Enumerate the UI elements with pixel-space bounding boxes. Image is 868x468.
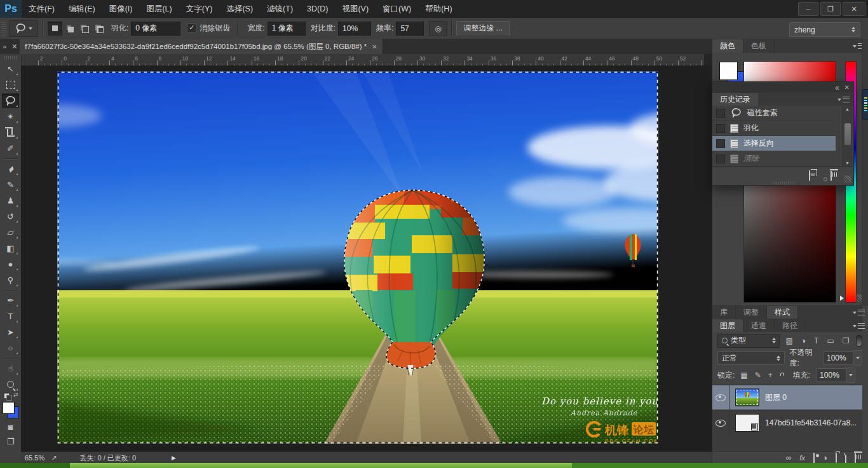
tab-channels[interactable]: 通道: [743, 319, 775, 333]
filter-pixel-layers-icon[interactable]: ▨: [785, 336, 792, 345]
restore-button[interactable]: ❐: [820, 2, 841, 16]
menu-item-layer[interactable]: 图层(L): [139, 0, 179, 18]
close-panel-icon[interactable]: ✕: [844, 84, 850, 91]
new-group-button[interactable]: [836, 453, 837, 462]
rect-marquee-tool[interactable]: [2, 78, 19, 92]
tab-layers[interactable]: 图层: [712, 319, 743, 333]
feather-input[interactable]: 0 像素: [131, 22, 180, 36]
menu-item-window[interactable]: 窗口(W): [376, 0, 418, 18]
document-tab[interactable]: f7fa66027f3c-50e364a34e533632-da9f21ed6c…: [20, 39, 383, 54]
collapsed-panel-tab[interactable]: [862, 89, 868, 120]
status-play-icon[interactable]: ▶: [172, 455, 176, 461]
layers-panel-menu[interactable]: [853, 323, 865, 329]
ellipse-tool[interactable]: ○: [2, 341, 19, 355]
delete-layer-button[interactable]: [855, 453, 856, 462]
width-input[interactable]: 1 像素: [268, 22, 306, 36]
new-doc-from-state-button[interactable]: [809, 171, 810, 180]
clone-stamp-tool[interactable]: ♟: [2, 193, 19, 208]
menu-item-type[interactable]: 文字(Y): [179, 0, 220, 18]
tab-libraries[interactable]: 库: [712, 306, 736, 319]
tool-preset-picker[interactable]: [9, 20, 38, 37]
history-source-checkbox[interactable]: [716, 139, 725, 148]
close-button[interactable]: ✕: [843, 2, 865, 16]
opacity-input[interactable]: 100%: [823, 351, 853, 365]
contrast-input[interactable]: 10%: [338, 22, 371, 36]
history-item[interactable]: 磁性套索: [712, 106, 836, 121]
history-brush-tool[interactable]: ↺: [2, 209, 19, 224]
link-layers-button[interactable]: ∞: [786, 453, 792, 462]
lock-paint-button[interactable]: ✎: [755, 371, 761, 380]
layer-thumbnail[interactable]: [735, 389, 759, 406]
layer-thumbnail[interactable]: [735, 414, 759, 432]
history-scrollbar[interactable]: ▲ ▼: [843, 106, 852, 167]
type-tool[interactable]: T: [2, 309, 19, 324]
history-source-checkbox[interactable]: [716, 124, 725, 133]
add-to-selection-button[interactable]: [62, 22, 77, 36]
crop-tool[interactable]: [2, 125, 19, 140]
filter-adjustment-layers-icon[interactable]: ◑: [801, 336, 806, 345]
minimize-button[interactable]: –: [798, 2, 818, 16]
collapse-panel-icon[interactable]: «: [835, 83, 839, 92]
dodge-tool[interactable]: ⚲: [2, 273, 19, 287]
intersect-selection-button[interactable]: [92, 22, 106, 36]
menu-item-image[interactable]: 图像(I): [102, 0, 140, 18]
eraser-tool[interactable]: ▱: [2, 225, 19, 240]
new-selection-button[interactable]: [48, 22, 62, 36]
history-tab[interactable]: 历史记录: [712, 93, 758, 106]
filter-toggle[interactable]: [856, 335, 862, 347]
filter-type-layers-icon[interactable]: T: [814, 336, 818, 345]
history-item[interactable]: 羽化: [712, 121, 836, 136]
history-item[interactable]: 清除: [712, 151, 836, 167]
tab-adjustments[interactable]: 调整: [736, 306, 767, 319]
path-select-tool[interactable]: ➤: [2, 325, 19, 340]
history-item[interactable]: 选择反向: [712, 136, 836, 151]
default-swap-colors[interactable]: ⇄: [3, 392, 19, 399]
blur-tool[interactable]: ●: [2, 257, 19, 272]
scroll-down-icon[interactable]: ▼: [845, 161, 850, 165]
tab-paths[interactable]: 路径: [775, 319, 806, 333]
menu-item-view[interactable]: 视图(V): [335, 0, 376, 18]
tab-close-icon[interactable]: ✕: [372, 43, 377, 50]
tab-color[interactable]: 颜色: [712, 39, 743, 53]
lock-transparency-button[interactable]: ▦: [740, 371, 747, 380]
menu-item-file[interactable]: 文件(F): [22, 0, 62, 18]
screen-mode-button[interactable]: ❐: [2, 434, 19, 449]
menu-item-select[interactable]: 选择(S): [219, 0, 260, 18]
zoom-tool[interactable]: [2, 377, 19, 392]
brush-tool[interactable]: ✎: [2, 177, 19, 192]
history-source-checkbox[interactable]: [716, 155, 725, 163]
layer-visibility-toggle[interactable]: [712, 385, 729, 410]
scroll-up-icon[interactable]: ▲: [845, 107, 850, 111]
adjustment-layer-button[interactable]: ◑: [823, 453, 827, 462]
antialias-checkbox[interactable]: ✓: [187, 24, 196, 33]
fill-input[interactable]: 100%: [816, 368, 846, 382]
history-panel-menu[interactable]: [837, 97, 850, 102]
workspace-selector[interactable]: zheng: [789, 22, 860, 37]
layer-row[interactable]: 147bd51fe54b3146-07a8...: [712, 411, 862, 435]
refine-edge-button[interactable]: 调整边缘 ...: [456, 21, 509, 36]
scrollbar-thumb[interactable]: [844, 123, 851, 145]
quick-mask-button[interactable]: ◙: [2, 420, 19, 434]
frequency-input[interactable]: 57: [396, 22, 424, 36]
eyedropper-tool[interactable]: ✐: [2, 141, 19, 156]
menu-item-filter[interactable]: 滤镜(T): [260, 0, 300, 18]
layer-filter-select[interactable]: 类型: [717, 334, 780, 348]
history-panel-header[interactable]: « ✕: [712, 82, 853, 93]
share-icon[interactable]: ↗: [51, 454, 57, 462]
gradient-tool[interactable]: ◧: [2, 241, 19, 256]
filter-shape-layers-icon[interactable]: ▭: [827, 336, 834, 345]
history-source-checkbox[interactable]: [716, 109, 725, 118]
magic-wand-tool[interactable]: ✴: [2, 109, 19, 124]
hue-slider-marker[interactable]: [840, 296, 844, 301]
delete-state-button[interactable]: [831, 171, 832, 180]
add-layer-mask-button[interactable]: [813, 453, 815, 462]
hand-tool[interactable]: ☝: [2, 361, 19, 376]
history-resize-grip[interactable]: [844, 176, 851, 183]
foreground-color-swatch[interactable]: [3, 402, 15, 414]
filter-smart-objects-icon[interactable]: ❐: [843, 336, 850, 345]
picker-marker[interactable]: [745, 62, 752, 69]
fill-dropdown[interactable]: [846, 368, 855, 383]
layer-row[interactable]: 图层 0: [712, 385, 862, 410]
canvas[interactable]: Do you believe in your eyes? Andrea Andr…: [57, 71, 658, 444]
styles-panel-menu[interactable]: [853, 310, 865, 315]
